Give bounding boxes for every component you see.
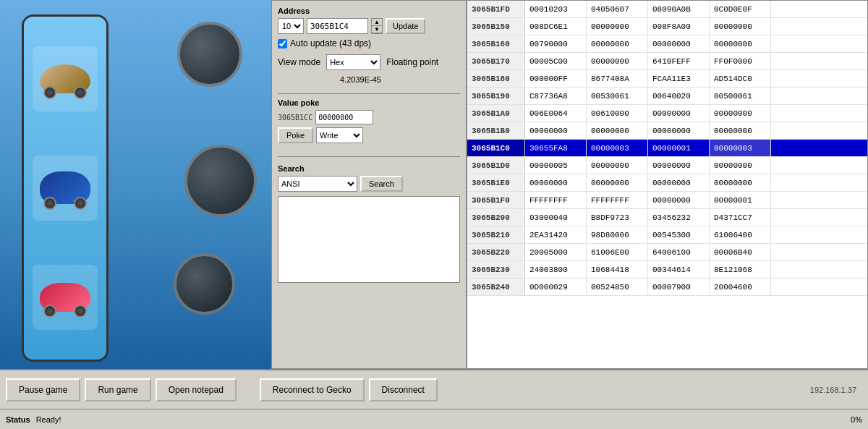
search-button[interactable]: Search: [360, 176, 403, 192]
hex-row[interactable]: 3065B1C030655FA8000000030000000100000003: [467, 140, 867, 157]
poke-value-input[interactable]: [315, 110, 373, 124]
notepad-button[interactable]: Open notepad: [156, 378, 237, 402]
hex-data-cell[interactable]: 24003800: [525, 261, 587, 278]
hex-data-cell[interactable]: 00000005: [525, 157, 587, 174]
hex-row[interactable]: 3065B20003000040B8DF972303456232D4371CC7: [467, 209, 867, 226]
hex-data-cell[interactable]: 00500061: [710, 88, 771, 104]
hex-row[interactable]: 3065B2302400380010684418003446148E121068: [467, 261, 867, 279]
hex-data-cell[interactable]: 008DC6E1: [525, 18, 587, 35]
hex-row[interactable]: 3065B2400D000029005248500000790020004600: [467, 279, 867, 296]
hex-data-cell[interactable]: D4371CC7: [710, 209, 771, 226]
hex-data-cell[interactable]: 00000000: [648, 157, 710, 174]
hex-data-cell[interactable]: 00640020: [648, 88, 710, 104]
hex-data-cell[interactable]: 04050607: [587, 1, 648, 17]
hex-data-cell[interactable]: 64006100: [648, 244, 710, 260]
hex-data-cell[interactable]: 0C0D0E0F: [710, 1, 771, 17]
address-spinner[interactable]: ▲ ▼: [371, 18, 383, 34]
address-input[interactable]: [307, 18, 368, 34]
hex-row[interactable]: 3065B1A0006E0064006100000000000000000000: [467, 105, 867, 122]
hex-data-cell[interactable]: 6410FEFF: [648, 53, 710, 69]
hex-data-cell[interactable]: FFFFFFFF: [525, 192, 587, 208]
hex-data-cell[interactable]: FF0F0000: [710, 53, 771, 69]
hex-row[interactable]: 3065B1B000000000000000000000000000000000: [467, 122, 867, 140]
poke-button[interactable]: Poke: [278, 127, 313, 143]
hex-row[interactable]: 3065B180000000FF8677408AFCAA11E3AD514DC0: [467, 70, 867, 88]
hex-data-cell[interactable]: FFFFFFFF: [587, 192, 648, 208]
hex-row[interactable]: 3065B1D000000005000000000000000000000000: [467, 157, 867, 174]
hex-data-cell[interactable]: 10684418: [587, 261, 648, 278]
hex-data-cell[interactable]: 00344614: [648, 261, 710, 278]
hex-data-cell[interactable]: 98D80000: [587, 226, 648, 243]
hex-data-cell[interactable]: 2EA31420: [525, 226, 587, 243]
hex-data-cell[interactable]: 00000000: [587, 174, 648, 191]
hex-data-cell[interactable]: B8DF9723: [587, 209, 648, 226]
hex-data-cell[interactable]: 00000000: [710, 18, 771, 35]
hex-grid[interactable]: 3065B1FD000102030405060708090A0B0C0D0E0F…: [467, 1, 867, 368]
hex-data-cell[interactable]: 00000000: [710, 105, 771, 122]
hex-data-cell[interactable]: 30655FA8: [525, 140, 587, 156]
hex-data-cell[interactable]: 00000000: [587, 157, 648, 174]
hex-data-cell[interactable]: 00000001: [648, 140, 710, 156]
hex-row[interactable]: 3065B1FD000102030405060708090A0B0C0D0E0F: [467, 1, 867, 18]
reconnect-button[interactable]: Reconnect to Gecko: [260, 378, 365, 402]
hex-data-cell[interactable]: 00000000: [648, 105, 710, 122]
hex-data-cell[interactable]: 00000003: [710, 140, 771, 156]
hex-row[interactable]: 3065B17000005C00000000006410FEFFFF0F0000: [467, 53, 867, 70]
hex-data-cell[interactable]: 00545300: [648, 226, 710, 243]
hex-data-cell[interactable]: 00000000: [587, 35, 648, 52]
hex-data-cell[interactable]: 08090A0B: [648, 1, 710, 17]
hex-data-cell[interactable]: 00000000: [648, 35, 710, 52]
hex-row[interactable]: 3065B2102EA3142098D800000054530061006400: [467, 226, 867, 244]
hex-data-cell[interactable]: 00610000: [587, 105, 648, 122]
hex-row[interactable]: 3065B1F0FFFFFFFFFFFFFFFF0000000000000001: [467, 192, 867, 209]
hex-data-cell[interactable]: 00006B40: [710, 244, 771, 260]
hex-data-cell[interactable]: 00000000: [525, 122, 587, 139]
hex-data-cell[interactable]: 00000000: [587, 18, 648, 35]
hex-data-cell[interactable]: 03456232: [648, 209, 710, 226]
hex-row[interactable]: 3065B16000790000000000000000000000000000: [467, 35, 867, 53]
spinner-up[interactable]: ▲: [372, 19, 382, 26]
hex-row[interactable]: 3065B190C87736A8005300610064002000500061: [467, 88, 867, 105]
hex-data-cell[interactable]: 00530061: [587, 88, 648, 104]
hex-data-cell[interactable]: 00000001: [710, 192, 771, 208]
hex-data-cell[interactable]: 61006400: [710, 226, 771, 243]
hex-data-cell[interactable]: FCAA11E3: [648, 70, 710, 87]
hex-row[interactable]: 3065B1E000000000000000000000000000000000: [467, 174, 867, 192]
auto-update-checkbox[interactable]: [278, 39, 287, 48]
hex-data-cell[interactable]: 20005000: [525, 244, 587, 260]
hex-data-cell[interactable]: 00000000: [648, 174, 710, 191]
hex-data-cell[interactable]: 00000000: [587, 122, 648, 139]
hex-data-cell[interactable]: 000000FF: [525, 70, 587, 87]
hex-row[interactable]: 3065B2202000500061006E006400610000006B40: [467, 244, 867, 261]
disconnect-button[interactable]: Disconnect: [369, 378, 438, 402]
hex-row[interactable]: 3065B150008DC6E100000000008F8A0000000000: [467, 18, 867, 35]
hex-data-cell[interactable]: 00000000: [648, 192, 710, 208]
hex-data-cell[interactable]: 00000000: [710, 35, 771, 52]
hex-data-cell[interactable]: AD514DC0: [710, 70, 771, 87]
spinner-down[interactable]: ▼: [372, 26, 382, 33]
hex-data-cell[interactable]: 00007900: [648, 279, 710, 295]
hex-data-cell[interactable]: 03000040: [525, 209, 587, 226]
hex-data-cell[interactable]: 00524850: [587, 279, 648, 295]
hex-data-cell[interactable]: 8677408A: [587, 70, 648, 87]
hex-data-cell[interactable]: 00005C00: [525, 53, 587, 69]
hex-data-cell[interactable]: 00010203: [525, 1, 587, 17]
hex-data-cell[interactable]: 00000003: [587, 140, 648, 156]
view-mode-select[interactable]: Hex Decimal: [326, 54, 380, 70]
hex-data-cell[interactable]: 0D000029: [525, 279, 587, 295]
hex-data-cell[interactable]: 00000000: [525, 174, 587, 191]
hex-data-cell[interactable]: 006E0064: [525, 105, 587, 122]
write-mode-select[interactable]: Write Read: [316, 127, 363, 143]
pause-button[interactable]: Pause game: [6, 378, 80, 402]
hex-data-cell[interactable]: 00000000: [710, 157, 771, 174]
hex-data-cell[interactable]: C87736A8: [525, 88, 587, 104]
hex-data-cell[interactable]: 00000000: [648, 122, 710, 139]
hex-data-cell[interactable]: 20004600: [710, 279, 771, 295]
hex-data-cell[interactable]: 00000000: [710, 174, 771, 191]
update-button[interactable]: Update: [386, 18, 425, 34]
search-type-select[interactable]: ANSI Unicode Hex: [278, 176, 357, 192]
hex-data-cell[interactable]: 61006E00: [587, 244, 648, 260]
hex-data-cell[interactable]: 00790000: [525, 35, 587, 52]
base-select[interactable]: 10 16: [278, 18, 304, 34]
hex-data-cell[interactable]: 00000000: [710, 122, 771, 139]
